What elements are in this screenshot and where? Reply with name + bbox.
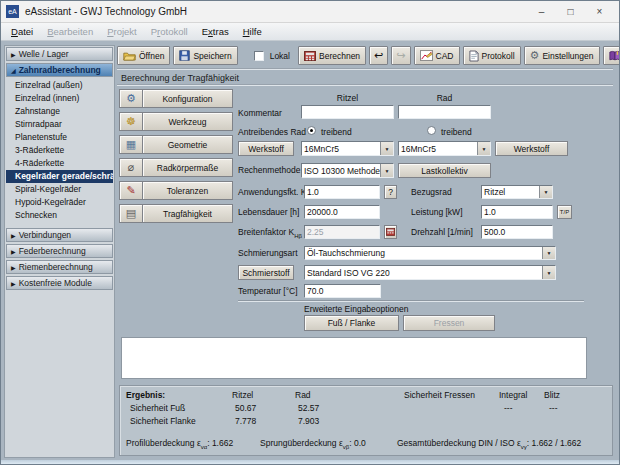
app-icon: eA	[6, 5, 19, 18]
menu-hilfe[interactable]: Hilfe	[236, 24, 269, 39]
chevron-down-icon[interactable]	[542, 247, 555, 259]
results-col-ritzel: Ritzel	[232, 390, 253, 400]
undo-button[interactable]	[369, 46, 388, 65]
result-row-label: Sicherheit Flanke	[130, 416, 196, 426]
breitenfaktor-calc-button[interactable]	[384, 225, 397, 239]
results-col-rad: Rad	[295, 390, 311, 400]
undo-icon	[374, 50, 383, 61]
sidebar-group-riemenberechnung[interactable]: Riemenberechnung	[6, 260, 113, 274]
torque-power-toggle-button[interactable]: T/P	[557, 205, 572, 219]
protocol-button[interactable]: Protokoll	[463, 46, 521, 65]
help-button[interactable]: Hilfe	[603, 46, 620, 65]
tragfaehigkeit-icon-button[interactable]	[119, 204, 143, 223]
sidebar-group-kostenfreie-module[interactable]: Kostenfreie Module	[6, 276, 113, 290]
chevron-down-icon[interactable]	[539, 186, 552, 198]
leistung-input[interactable]	[481, 205, 553, 219]
main-toolbar: Öffnen Speichern Lokal Berechnen CAD Pro…	[117, 45, 613, 66]
chevron-down-icon[interactable]	[542, 266, 555, 279]
breitenfaktor-input	[304, 225, 380, 239]
chevron-expanded-icon	[11, 65, 16, 75]
anwendungsfaktor-input[interactable]	[304, 185, 380, 199]
menu-bar: Datei Bearbeiten Projekt Protokoll Extra…	[1, 23, 619, 41]
sidebar-group-welle-lager[interactable]: Welle / Lager	[6, 47, 113, 61]
lebensdauer-label: Lebensdauer [h]	[238, 207, 299, 217]
temperatur-label: Temperatur [°C]	[238, 286, 298, 296]
sidebar-item-stirnradpaar[interactable]: Stirnradpaar	[6, 118, 113, 131]
konfiguration-button[interactable]: Konfiguration	[143, 89, 233, 108]
treibend-rad-radio[interactable]	[427, 126, 436, 135]
column-header-ritzel: Ritzel	[301, 93, 394, 103]
fuss-flanke-button[interactable]: Fuß / Flanke	[304, 315, 399, 331]
sidebar-item-hypoid-kegelraeder[interactable]: Hypoid-Kegelräder	[6, 196, 113, 209]
sidebar-group-zahnradberechnung[interactable]: Zahnradberechnung	[6, 63, 113, 77]
kommentar-rad-input[interactable]	[398, 105, 491, 119]
schmierungsart-dropdown[interactable]: Öl-Tauchschmierung	[304, 246, 556, 260]
anwendungsfaktor-help-button[interactable]: ?	[384, 185, 397, 199]
drehzahl-input[interactable]	[481, 225, 553, 239]
schmierstoff-button[interactable]: Schmierstoff	[238, 265, 294, 280]
werkstoff-ritzel-dropdown[interactable]: 16MnCr5	[301, 141, 394, 156]
toleranzen-button[interactable]: Toleranzen	[143, 181, 233, 200]
werkstoff-ritzel-button[interactable]: Werkstoff	[238, 141, 294, 156]
cad-button[interactable]: CAD	[414, 46, 460, 65]
radkoerpermasse-button[interactable]: Radkörpermaße	[143, 158, 233, 177]
geometrie-button[interactable]: Geometrie	[143, 135, 233, 154]
bezugsrad-dropdown[interactable]: Ritzel	[481, 185, 553, 199]
chevron-down-icon[interactable]	[477, 142, 490, 155]
sidebar-item-einzelrad-aussen[interactable]: Einzelrad (außen)	[6, 79, 113, 92]
result-value: 52.57	[298, 403, 319, 413]
konfiguration-icon-button[interactable]	[119, 89, 143, 108]
schmierstoff-dropdown[interactable]: Standard ISO VG 220	[304, 265, 556, 280]
kommentar-ritzel-input[interactable]	[301, 105, 394, 119]
sidebar-item-planetenstufe[interactable]: Planetenstufe	[6, 131, 113, 144]
sidebar-group-verbindungen[interactable]: Verbindungen	[6, 228, 113, 242]
werkstoff-rad-dropdown[interactable]: 16MnCr5	[398, 141, 491, 156]
lebensdauer-input[interactable]	[304, 205, 380, 219]
sidebar-item-3-raederkette[interactable]: 3-Räderkette	[6, 144, 113, 157]
save-button[interactable]: Speichern	[173, 46, 237, 65]
sidebar-item-zahnstange[interactable]: Zahnstange	[6, 105, 113, 118]
sidebar-item-4-raederkette[interactable]: 4-Räderkette	[6, 157, 113, 170]
rechenmethode-dropdown[interactable]: ISO 10300 Methode B1	[301, 163, 394, 178]
column-header-rad: Rad	[398, 93, 491, 103]
results-col-fressen: Sicherheit Fressen	[404, 390, 475, 400]
grid-icon	[126, 138, 136, 151]
sidebar-item-spiral-kegelraeder[interactable]: Spiral-Kegelräder	[6, 183, 113, 196]
sidebar-item-schnecken[interactable]: Schnecken	[6, 209, 113, 222]
page-title: Berechnung der Tragfähigkeit	[121, 73, 239, 83]
menu-extras[interactable]: Extras	[195, 24, 236, 39]
close-button[interactable]: ×	[585, 2, 614, 22]
maximize-button[interactable]: □	[556, 2, 585, 22]
geometrie-icon-button[interactable]	[119, 135, 143, 154]
werkstoff-rad-button[interactable]: Werkstoff	[495, 141, 568, 156]
tragfaehigkeit-button[interactable]: Tragfähigkeit	[143, 204, 233, 223]
sidebar-item-kegelraeder[interactable]: Kegelräder gerade/schräg	[6, 170, 113, 183]
section-title-bar: Berechnung der Tragfähigkeit	[117, 68, 613, 85]
chevron-down-icon[interactable]	[380, 164, 393, 177]
toleranzen-icon-button[interactable]	[119, 181, 143, 200]
sidebar-group-federberechnung[interactable]: Federberechnung	[6, 244, 113, 258]
menu-protokoll: Protokoll	[144, 24, 195, 39]
menu-datei[interactable]: Datei	[4, 24, 40, 39]
temperatur-input[interactable]	[304, 284, 381, 298]
lastkollektiv-button[interactable]: Lastkollektiv	[398, 163, 491, 178]
chevron-down-icon[interactable]	[380, 142, 393, 155]
sidebar-item-einzelrad-innen[interactable]: Einzelrad (innen)	[6, 92, 113, 105]
configuration-icon	[126, 92, 136, 105]
local-checkbox[interactable]	[254, 51, 264, 61]
erweiterte-eingabeoptionen-label: Erweiterte Eingabeoptionen	[304, 304, 408, 314]
radkoerpermasse-icon-button[interactable]	[119, 158, 143, 177]
calculate-button[interactable]: Berechnen	[298, 46, 366, 65]
minimize-button[interactable]: –	[527, 2, 556, 22]
werkzeug-button[interactable]: Werkzeug	[143, 112, 233, 131]
treibend-ritzel-radio[interactable]	[307, 126, 316, 135]
open-button[interactable]: Öffnen	[117, 46, 170, 65]
content-area: Welle / Lager Zahnradberechnung Einzelra…	[1, 41, 619, 464]
result-value: ---	[504, 403, 513, 413]
redo-icon	[396, 50, 405, 61]
caliper-icon	[128, 161, 135, 174]
settings-button[interactable]: Einstellungen	[524, 46, 600, 65]
menu-projekt: Projekt	[100, 24, 144, 39]
werkzeug-icon-button[interactable]	[119, 112, 143, 131]
nav-row-werkzeug: Werkzeug	[119, 112, 233, 131]
